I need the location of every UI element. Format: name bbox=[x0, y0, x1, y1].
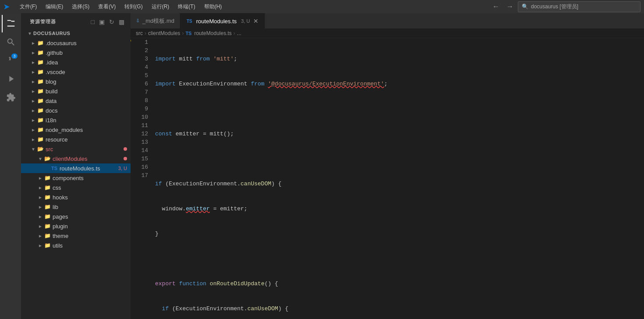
arrow-hooks: ► bbox=[37, 194, 44, 201]
breadcrumb-clientmodules[interactable]: clientModules bbox=[148, 30, 180, 36]
menu-run[interactable]: 运行(R) bbox=[148, 2, 173, 11]
arrow-lib: ► bbox=[37, 203, 44, 210]
files-icon bbox=[6, 19, 16, 28]
tree-item-src[interactable]: ▼ 📂 src bbox=[21, 144, 131, 154]
code-line-5 bbox=[155, 155, 644, 163]
label-node-modules: node_modules bbox=[46, 127, 131, 133]
label-build: build bbox=[46, 88, 131, 95]
lightbulb-icon: 💡 bbox=[131, 38, 132, 46]
nav-forward[interactable]: → bbox=[504, 2, 516, 11]
breadcrumb-ellipsis[interactable]: ... bbox=[237, 30, 241, 36]
code-line-6: if (ExecutionEnvironment.canUseDOM) { bbox=[155, 180, 644, 188]
line-num-15: 15 bbox=[134, 155, 148, 163]
tree-item-pages[interactable]: ► 📁 pages bbox=[21, 212, 131, 221]
tree-item-components[interactable]: ► 📁 components bbox=[21, 173, 131, 183]
code-line-10: export function onRouteDidUpdate() { bbox=[155, 280, 644, 288]
titlebar: ➤ 文件(F) 编辑(E) 选择(S) 查看(V) 转到(G) 运行(R) 终端… bbox=[0, 0, 644, 13]
tree-item-resource[interactable]: ► 📁 resource bbox=[21, 135, 131, 144]
folder-icon-css: 📁 bbox=[44, 184, 51, 191]
activity-search[interactable] bbox=[2, 33, 19, 51]
menu-goto[interactable]: 转到(G) bbox=[121, 2, 146, 11]
command-search[interactable]: 🔍 docusaurus [管理员] bbox=[518, 1, 640, 12]
menu-file[interactable]: 文件(F) bbox=[16, 2, 40, 11]
refresh-btn[interactable]: ↻ bbox=[108, 18, 115, 26]
line-num-13: 13 bbox=[134, 138, 148, 146]
tree-item-theme[interactable]: ► 📁 theme bbox=[21, 231, 131, 241]
menu-terminal[interactable]: 终端(T) bbox=[174, 2, 198, 11]
activity-explorer[interactable] bbox=[2, 15, 19, 32]
tab-close-btn[interactable]: ✕ bbox=[252, 18, 259, 25]
arrow-data: ► bbox=[30, 97, 37, 104]
activity-run-debug[interactable] bbox=[2, 70, 19, 88]
tree-item-css[interactable]: ► 📁 css bbox=[21, 183, 131, 192]
tree-root-docusaurus[interactable]: ▼ DOCUSAURUS bbox=[21, 28, 131, 38]
label-plugin: plugin bbox=[53, 223, 131, 230]
collapse-btn[interactable]: ▩ bbox=[118, 18, 125, 26]
arrow-plugin: ► bbox=[37, 223, 44, 230]
menu-edit[interactable]: 编辑(E) bbox=[42, 2, 67, 11]
tree-item-utils[interactable]: ► 📁 utils bbox=[21, 241, 131, 250]
new-folder-btn[interactable]: ▣ bbox=[98, 18, 106, 26]
line-num-9: 9 bbox=[134, 105, 148, 113]
code-line-9 bbox=[155, 255, 644, 263]
nav-back[interactable]: ← bbox=[490, 2, 502, 11]
folder-icon-node-modules: 📁 bbox=[37, 126, 44, 133]
tab-md-label: _md模板.md bbox=[142, 17, 174, 25]
tree-item-hooks[interactable]: ► 📁 hooks bbox=[21, 192, 131, 202]
label-github: .github bbox=[46, 50, 131, 56]
folder-icon-docs: 📁 bbox=[37, 107, 44, 114]
tree-item-github[interactable]: ► 📁 .github bbox=[21, 48, 131, 57]
tree-item-routemodules[interactable]: ► TS routeModules.ts 3, U bbox=[21, 163, 131, 173]
tree-item-docs[interactable]: ► 📁 docs bbox=[21, 106, 131, 115]
tree-item-plugin[interactable]: ► 📁 plugin bbox=[21, 221, 131, 231]
tree-item-blog[interactable]: ► 📁 blog bbox=[21, 77, 131, 86]
label-hooks: hooks bbox=[53, 194, 131, 201]
arrow-vscode: ► bbox=[30, 68, 37, 75]
line-num-12: 12 bbox=[134, 130, 148, 138]
tree-item-build[interactable]: ► 📁 build bbox=[21, 86, 131, 96]
sidebar-title: 资源管理器 bbox=[30, 18, 56, 25]
run-debug-icon bbox=[6, 74, 16, 84]
activity-source-control[interactable]: 3 bbox=[2, 52, 19, 69]
arrow-components: ► bbox=[37, 174, 44, 181]
tree-item-idea[interactable]: ► 📁 .idea bbox=[21, 57, 131, 67]
tree-item-vscode[interactable]: ► 📁 .vscode bbox=[21, 67, 131, 77]
clientmodules-modified-indicator bbox=[124, 157, 127, 160]
menu-view[interactable]: 查看(V) bbox=[95, 2, 119, 11]
breadcrumb-ts-icon: TS bbox=[185, 31, 191, 36]
line-num-2: 2 bbox=[134, 46, 148, 55]
code-line-1: import mitt from 'mitt'; bbox=[155, 55, 644, 63]
tab-ts-badge: TS bbox=[185, 18, 194, 24]
label-lib: lib bbox=[53, 204, 131, 210]
src-modified-indicator bbox=[124, 147, 127, 151]
breadcrumb-routemodules[interactable]: routeModules.ts bbox=[194, 30, 231, 36]
tree-item-clientmodules[interactable]: ▼ 📂 clientModules bbox=[21, 154, 131, 163]
new-file-btn[interactable]: □ bbox=[90, 18, 96, 26]
line-num-7: 7 bbox=[134, 88, 148, 96]
tree-item-docusaurus[interactable]: ► 📁 .docusaurus bbox=[21, 38, 131, 48]
main-layout: 3 资源管理器 □ ▣ ↻ ▩ ▼ DOCU bbox=[0, 13, 644, 319]
tab-routemodules[interactable]: TS routeModules.ts 3, U ✕ bbox=[180, 13, 265, 28]
code-editor[interactable]: 💡 1 2 3 4 5 6 7 8 9 10 11 12 13 14 15 16… bbox=[131, 38, 644, 319]
search-icon: 🔍 bbox=[522, 4, 528, 10]
menu-help[interactable]: 帮助(H) bbox=[201, 2, 226, 11]
activity-extensions[interactable] bbox=[2, 89, 19, 106]
code-line-4: const emitter = mitt(); bbox=[155, 130, 644, 138]
routemodules-badge: 3, U bbox=[118, 166, 127, 171]
folder-icon-data: 📁 bbox=[37, 97, 44, 104]
line-num-16: 16 bbox=[134, 163, 148, 171]
sidebar-header: 资源管理器 □ ▣ ↻ ▩ bbox=[21, 13, 131, 28]
breadcrumb-src[interactable]: src bbox=[136, 30, 143, 36]
tree-item-node-modules[interactable]: ► 📁 node_modules bbox=[21, 125, 131, 135]
tree-item-i18n[interactable]: ► 📁 i18n bbox=[21, 115, 131, 125]
tree-item-data[interactable]: ► 📁 data bbox=[21, 96, 131, 106]
arrow-clientmodules: ▼ bbox=[37, 155, 44, 162]
arrow-utils: ► bbox=[37, 242, 44, 249]
menu-select[interactable]: 选择(S) bbox=[68, 2, 93, 11]
tab-routemodules-badge: 3, U bbox=[241, 18, 250, 24]
folder-icon-docusaurus: 📁 bbox=[37, 39, 44, 46]
code-content[interactable]: import mitt from 'mitt'; import Executio… bbox=[152, 38, 644, 319]
tree-item-lib[interactable]: ► 📁 lib bbox=[21, 202, 131, 212]
line-num-11: 11 bbox=[134, 121, 148, 130]
tab-md-template[interactable]: ⇩ _md模板.md bbox=[131, 13, 180, 28]
